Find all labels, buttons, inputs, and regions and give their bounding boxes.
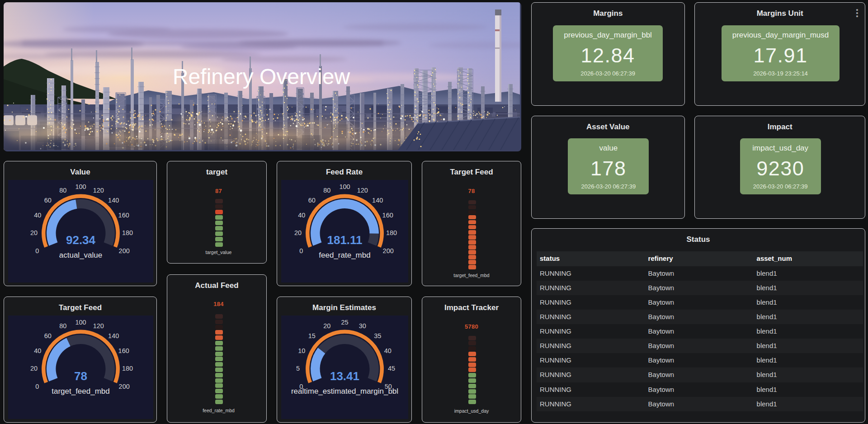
svg-text:20: 20 <box>30 229 38 236</box>
svg-text:80: 80 <box>59 187 66 194</box>
svg-text:120: 120 <box>93 187 104 194</box>
svg-text:200: 200 <box>119 383 130 390</box>
svg-text:feed_rate_mbd: feed_rate_mbd <box>319 251 370 259</box>
svg-text:0: 0 <box>35 383 39 390</box>
svg-text:80: 80 <box>59 322 66 330</box>
svg-text:45: 45 <box>388 365 395 372</box>
svg-text:92.34: 92.34 <box>66 233 96 247</box>
svg-text:40: 40 <box>298 212 305 219</box>
svg-text:40: 40 <box>34 212 41 219</box>
svg-text:181.11: 181.11 <box>327 233 362 247</box>
svg-text:180: 180 <box>122 229 133 236</box>
svg-text:40: 40 <box>34 347 41 354</box>
svg-text:realtime_estimated_margin_bbl: realtime_estimated_margin_bbl <box>291 387 398 396</box>
svg-text:60: 60 <box>44 332 52 339</box>
svg-text:160: 160 <box>118 212 129 219</box>
svg-text:15: 15 <box>308 332 316 339</box>
svg-text:200: 200 <box>383 247 394 254</box>
svg-text:40: 40 <box>384 347 392 354</box>
svg-text:0: 0 <box>35 247 39 254</box>
svg-text:160: 160 <box>382 212 393 219</box>
svg-text:13.41: 13.41 <box>330 369 359 383</box>
svg-text:20: 20 <box>323 322 330 330</box>
svg-text:20: 20 <box>294 229 302 236</box>
svg-text:10: 10 <box>298 347 305 354</box>
svg-text:100: 100 <box>75 319 86 326</box>
svg-text:25: 25 <box>341 319 348 326</box>
svg-text:120: 120 <box>93 322 104 330</box>
svg-text:30: 30 <box>359 322 366 330</box>
svg-text:100: 100 <box>339 183 350 190</box>
svg-text:actual_value: actual_value <box>59 251 102 259</box>
svg-text:0: 0 <box>299 247 303 254</box>
svg-text:60: 60 <box>44 197 52 204</box>
svg-text:target_feed_mbd: target_feed_mbd <box>52 387 110 396</box>
svg-text:35: 35 <box>374 332 381 339</box>
svg-text:180: 180 <box>386 229 397 236</box>
svg-text:20: 20 <box>30 365 38 372</box>
svg-text:120: 120 <box>357 187 368 194</box>
svg-text:140: 140 <box>108 332 119 339</box>
svg-text:140: 140 <box>372 197 383 204</box>
svg-text:80: 80 <box>323 187 330 194</box>
svg-text:5: 5 <box>296 365 300 372</box>
svg-text:160: 160 <box>118 347 129 354</box>
svg-text:Refinery Overview: Refinery Overview <box>173 65 350 89</box>
svg-text:180: 180 <box>122 365 133 372</box>
svg-text:100: 100 <box>75 183 86 190</box>
svg-text:140: 140 <box>108 197 119 204</box>
svg-text:60: 60 <box>308 197 316 204</box>
svg-text:200: 200 <box>119 247 130 254</box>
svg-text:78: 78 <box>74 369 87 383</box>
